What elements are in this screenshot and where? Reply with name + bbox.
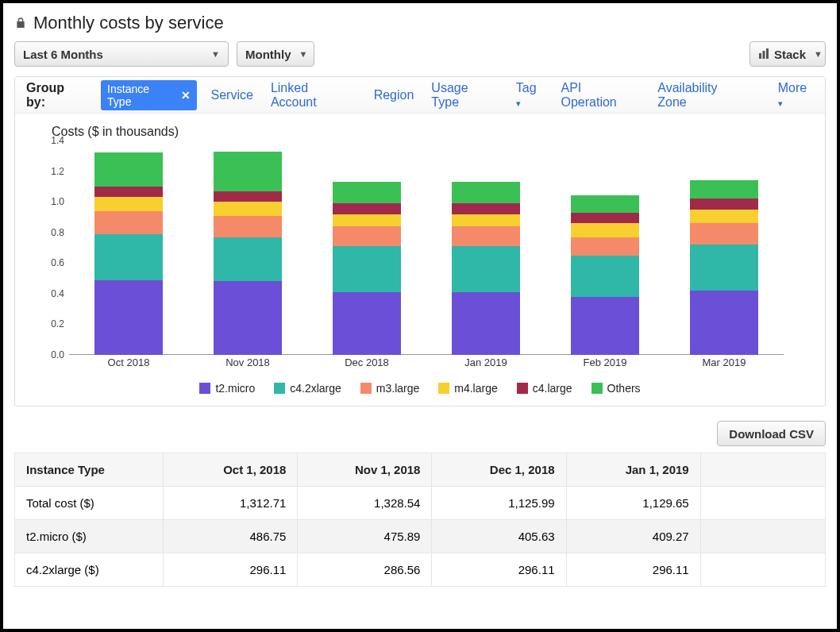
table-header-row: Instance TypeOct 1, 2018Nov 1, 2018Dec 1… [15, 453, 826, 487]
segment-c4-large [94, 187, 163, 198]
x-label: Nov 2018 [225, 356, 270, 368]
cell-value: 409.27 [566, 520, 700, 553]
y-tick: 1.2 [39, 166, 64, 177]
y-tick: 0.0 [39, 349, 64, 360]
segment-c4-2xlarge [571, 256, 639, 297]
bar-feb-2019[interactable] [571, 195, 639, 355]
granularity-label: Monthly [245, 48, 291, 61]
segment-c4-large [333, 203, 401, 214]
table-row: c4.2xlarge ($)296.11286.56296.11296.11 [15, 553, 826, 587]
legend-label: m4.large [454, 382, 497, 395]
row-label: t2.micro ($) [15, 520, 164, 553]
table-body: Total cost ($)1,312.711,328.541,125.991,… [15, 487, 826, 587]
chevron-down-icon: ▼ [299, 49, 308, 59]
bar-oct-2018[interactable] [94, 152, 163, 355]
col-spacer [700, 453, 825, 487]
stack-dropdown[interactable]: Stack ▼ [749, 41, 826, 67]
row-label: Total cost ($) [15, 487, 164, 520]
segment-c4-2xlarge [214, 237, 282, 282]
cell-value: 296.11 [566, 553, 700, 587]
segment-c4-2xlarge [452, 246, 520, 292]
legend-swatch [517, 383, 528, 394]
segment-c4-2xlarge [333, 246, 401, 292]
legend-label: Others [607, 382, 641, 395]
legend-item-m4-large[interactable]: m4.large [438, 382, 497, 395]
group-by-link-api-operation[interactable]: API Operation [561, 81, 640, 110]
segment-m3-large [690, 223, 758, 245]
stack-label: Stack [774, 48, 806, 61]
group-by-link-region[interactable]: Region [374, 88, 414, 102]
legend-label: c4.2xlarge [290, 382, 341, 395]
chevron-down-icon: ▼ [814, 49, 823, 59]
segment-others [333, 182, 401, 203]
segment-t2-micro [452, 292, 520, 355]
legend-item-c4-large[interactable]: c4.large [517, 382, 572, 395]
row-label: c4.2xlarge ($) [15, 553, 164, 587]
table-actions: Download CSV [14, 421, 826, 446]
bar-dec-2018[interactable] [333, 182, 401, 355]
x-label: Oct 2018 [108, 356, 150, 368]
granularity-dropdown[interactable]: Monthly ▼ [237, 41, 314, 67]
group-by-link-service[interactable]: Service [211, 88, 253, 102]
svg-rect-1 [763, 51, 765, 59]
legend-item-c4-2xlarge[interactable]: c4.2xlarge [274, 382, 341, 395]
y-tick: 1.0 [39, 196, 64, 207]
legend-item-t2-micro[interactable]: t2.micro [199, 382, 255, 395]
segment-t2-micro [214, 281, 282, 355]
app-frame: Monthly costs by service Last 6 Months ▼… [0, 0, 840, 632]
segment-c4-2xlarge [94, 234, 163, 280]
col-header: Jan 1, 2019 [566, 453, 700, 487]
col-header: Nov 1, 2018 [298, 453, 432, 487]
x-label: Mar 2019 [703, 356, 746, 368]
title-row: Monthly costs by service [14, 13, 826, 33]
legend-label: t2.micro [215, 382, 255, 395]
col-header: Oct 1, 2018 [164, 453, 298, 487]
group-by-bar: Group by: Instance Type ✕ ServiceLinked … [15, 77, 825, 114]
cell-spacer [700, 553, 825, 587]
legend-item-m3-large[interactable]: m3.large [360, 382, 419, 395]
more-dropdown[interactable]: More [778, 81, 814, 110]
bar-jan-2019[interactable] [452, 182, 520, 355]
group-by-link-availability-zone[interactable]: Availability Zone [657, 81, 749, 110]
group-by-link-tag[interactable]: Tag [516, 81, 544, 110]
segment-c4-large [571, 213, 639, 224]
download-csv-button[interactable]: Download CSV [717, 421, 826, 446]
segment-others [94, 152, 163, 186]
close-icon[interactable]: ✕ [181, 89, 191, 102]
segment-m3-large [214, 216, 282, 237]
segment-others [571, 195, 639, 212]
segment-m4-large [214, 202, 282, 215]
chart-panel: Group by: Instance Type ✕ ServiceLinked … [14, 76, 826, 407]
chart-wrap: Costs ($ in thousands) 0.00.20.40.60.81.… [15, 114, 825, 406]
group-by-label: Group by: [26, 81, 87, 110]
cell-spacer [700, 520, 825, 553]
segment-m3-large [452, 226, 520, 246]
segment-t2-micro [690, 291, 758, 355]
table-row: Total cost ($)1,312.711,328.541,125.991,… [15, 487, 826, 520]
y-tick: 1.4 [39, 135, 64, 146]
legend-swatch [438, 383, 449, 394]
bar-nov-2018[interactable] [214, 152, 282, 355]
cell-value: 1,125.99 [432, 487, 566, 520]
group-by-chip[interactable]: Instance Type ✕ [101, 80, 196, 110]
group-by-link-usage-type[interactable]: Usage Type [431, 81, 499, 110]
cost-table: Instance TypeOct 1, 2018Nov 1, 2018Dec 1… [14, 453, 826, 587]
bar-mar-2019[interactable] [690, 180, 758, 355]
segment-m3-large [333, 226, 401, 246]
legend-item-others[interactable]: Others [591, 382, 641, 395]
legend-swatch [274, 383, 285, 394]
cell-value: 296.11 [432, 553, 566, 587]
segment-t2-micro [333, 292, 401, 355]
lock-icon [14, 17, 27, 29]
x-label: Feb 2019 [584, 356, 627, 368]
group-by-link-linked-account[interactable]: Linked Account [271, 81, 356, 110]
cell-value: 1,328.54 [298, 487, 432, 520]
segment-c4-large [690, 198, 758, 210]
segment-t2-micro [94, 280, 163, 356]
segment-m4-large [690, 210, 758, 223]
segment-m4-large [452, 214, 520, 226]
table-row: t2.micro ($)486.75475.89405.63409.27 [15, 520, 826, 553]
y-tick: 0.2 [39, 318, 64, 329]
stacked-bar-chart: 0.00.20.40.60.81.01.21.4Oct 2018Nov 2018… [39, 141, 801, 371]
time-range-dropdown[interactable]: Last 6 Months ▼ [14, 41, 229, 67]
